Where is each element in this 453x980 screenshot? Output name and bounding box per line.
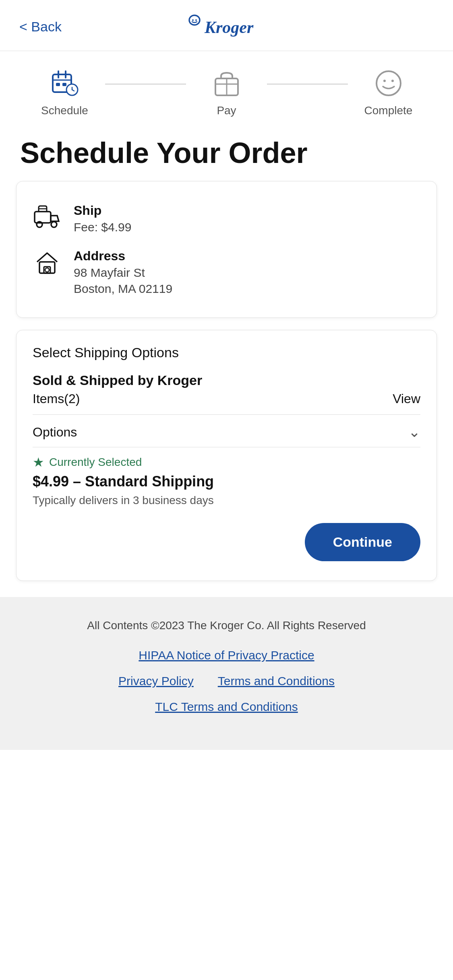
header: < Back Kroger <box>0 0 453 51</box>
address-label: Address <box>74 249 172 264</box>
svg-point-18 <box>391 80 394 82</box>
svg-text:Kroger: Kroger <box>204 18 254 37</box>
svg-rect-9 <box>62 83 66 86</box>
info-card: Ship Fee: $4.99 Address 98 Mayfair St Bo <box>16 181 437 318</box>
ship-icon <box>33 203 62 232</box>
kroger-logo: Kroger <box>182 14 271 39</box>
ship-fee: Fee: $4.99 <box>74 220 131 234</box>
address-line2: Boston, MA 02119 <box>74 282 172 296</box>
sold-by: Sold & Shipped by Kroger <box>33 373 420 388</box>
progress-bar: Schedule Pay Complete <box>0 51 453 125</box>
chevron-down-icon: ⌄ <box>408 424 420 441</box>
pay-icon <box>211 67 243 99</box>
pay-label: Pay <box>217 104 236 117</box>
svg-rect-19 <box>35 212 51 223</box>
schedule-label: Schedule <box>41 104 88 117</box>
ship-label: Ship <box>74 203 131 218</box>
address-line1: 98 Mayfair St <box>74 266 172 280</box>
options-label: Options <box>33 425 77 440</box>
tlc-terms-link[interactable]: TLC Terms and Conditions <box>24 700 429 714</box>
footer-copyright: All Contents ©2023 The Kroger Co. All Ri… <box>24 617 429 634</box>
svg-point-25 <box>45 268 49 272</box>
privacy-policy-link[interactable]: Privacy Policy <box>118 674 194 688</box>
view-link[interactable]: View <box>393 391 420 406</box>
address-icon <box>33 249 62 278</box>
connector-2 <box>267 84 348 84</box>
connector-1 <box>105 84 186 84</box>
step-schedule: Schedule <box>24 67 105 117</box>
step-pay: Pay <box>186 67 267 117</box>
step-complete: Complete <box>348 67 429 117</box>
svg-point-16 <box>376 71 401 95</box>
ship-text: Ship Fee: $4.99 <box>74 203 131 234</box>
back-button[interactable]: < Back <box>19 19 62 35</box>
svg-rect-8 <box>56 83 60 86</box>
items-row: Items(2) View <box>33 391 420 415</box>
ship-row: Ship Fee: $4.99 <box>33 196 420 241</box>
terms-conditions-link[interactable]: Terms and Conditions <box>218 674 335 688</box>
schedule-icon <box>49 67 81 99</box>
shipping-description: Typically delivers in 3 business days <box>33 494 420 507</box>
selected-text: Currently Selected <box>49 456 142 469</box>
footer-links-row: Privacy Policy Terms and Conditions <box>24 674 429 688</box>
footer: All Contents ©2023 The Kroger Co. All Ri… <box>0 597 453 750</box>
page-title: Schedule Your Order <box>16 125 437 181</box>
shipping-section: Select Shipping Options Sold & Shipped b… <box>16 330 437 581</box>
options-row[interactable]: Options ⌄ <box>33 415 420 447</box>
section-title: Select Shipping Options <box>33 345 420 360</box>
main-content: Schedule Your Order Ship Fee: $4.99 <box>0 125 453 581</box>
svg-point-17 <box>383 80 386 82</box>
currently-selected: ★ Currently Selected <box>33 447 420 473</box>
continue-btn-wrapper: Continue <box>33 523 420 561</box>
hipaa-link[interactable]: HIPAA Notice of Privacy Practice <box>24 649 429 662</box>
svg-point-1 <box>192 19 194 21</box>
svg-point-21 <box>51 222 57 227</box>
star-icon: ★ <box>33 455 44 470</box>
svg-point-2 <box>195 19 197 21</box>
shipping-price-title: $4.99 – Standard Shipping <box>33 473 420 490</box>
items-count: Items(2) <box>33 391 80 406</box>
address-row: Address 98 Mayfair St Boston, MA 02119 <box>33 241 420 303</box>
complete-label: Complete <box>364 104 413 117</box>
svg-point-0 <box>189 15 200 25</box>
address-text: Address 98 Mayfair St Boston, MA 02119 <box>74 249 172 296</box>
complete-icon <box>372 67 405 99</box>
continue-button[interactable]: Continue <box>305 523 420 561</box>
